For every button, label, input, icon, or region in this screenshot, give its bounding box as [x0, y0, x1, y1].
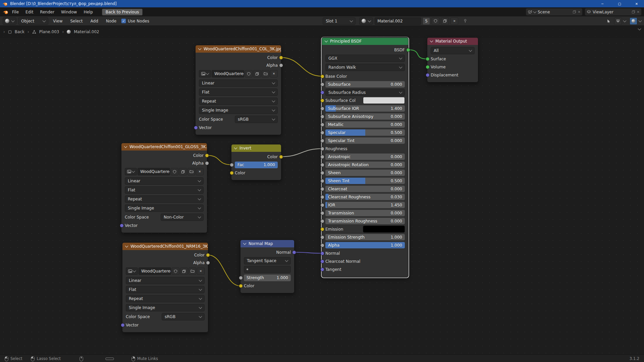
metallic-slider[interactable]: Metallic0.000 — [325, 121, 405, 128]
source-dropdown[interactable]: Single Image — [126, 304, 205, 311]
copy-icon[interactable] — [573, 10, 576, 14]
metallic-socket[interactable] — [320, 123, 324, 127]
shader-type-dropdown[interactable]: Object — [18, 17, 48, 25]
fake-user-button[interactable] — [172, 267, 179, 275]
fac-input-socket[interactable] — [230, 163, 234, 167]
node-header[interactable]: WoodQuarteredChiffon001_COL_3K.jpg — [196, 45, 281, 53]
breadcrumb-material[interactable]: Material.002 — [74, 29, 99, 34]
alpha-socket[interactable] — [320, 243, 324, 247]
new-material-button[interactable] — [441, 17, 449, 25]
fake-user-button[interactable] — [432, 17, 439, 25]
sheen-socket[interactable] — [320, 171, 324, 175]
tangent-socket[interactable] — [320, 267, 324, 272]
sheen-tint-socket[interactable] — [320, 179, 324, 183]
material-name-field[interactable]: Material.002 — [375, 17, 421, 25]
menu-select[interactable]: Select — [67, 18, 86, 24]
transmission-roughness-socket[interactable] — [320, 219, 324, 223]
blender-menu-icon[interactable] — [3, 10, 8, 14]
breadcrumb-back[interactable]: Back — [15, 29, 24, 34]
pin-icon[interactable] — [463, 19, 467, 23]
menu-help[interactable]: Help — [80, 9, 96, 15]
close-button[interactable]: ✕ — [629, 0, 644, 7]
image-name-field[interactable]: WoodQuarteredC... — [138, 168, 170, 175]
ior-socket[interactable] — [320, 203, 324, 207]
node-principled-bsdf[interactable]: Principled BSDF BSDF GGX Random Walk Bas… — [322, 37, 409, 278]
fake-user-button[interactable] — [171, 168, 178, 175]
color-output-socket[interactable] — [279, 155, 283, 159]
specular-slider[interactable]: Specular0.500 — [325, 129, 405, 136]
unlink-button[interactable]: ✕ — [197, 267, 205, 275]
clearcoat-normal-socket[interactable] — [320, 259, 324, 263]
node-image-texture-col[interactable]: WoodQuarteredChiffon001_COL_3K.jpg Color… — [195, 45, 281, 135]
overlays-toggle[interactable] — [630, 17, 637, 25]
subsurface-anisotropy-slider[interactable]: Subsurface Anisotropy0.000 — [325, 113, 405, 120]
unlink-button[interactable]: ✕ — [196, 168, 204, 175]
clearcoat-roughness-slider[interactable]: Clearcoat Roughness0.030 — [325, 194, 405, 200]
subsurface-radius-dropdown[interactable]: Subsurface Radius — [325, 89, 405, 96]
editor-type-button[interactable] — [3, 17, 16, 25]
sheen-slider[interactable]: Sheen0.000 — [325, 170, 405, 176]
color-input-socket[interactable] — [230, 171, 234, 175]
projection-dropdown[interactable]: Flat — [126, 286, 205, 293]
alpha-output-socket[interactable] — [205, 161, 209, 165]
region-expand-icon[interactable]: › — [3, 29, 5, 34]
ior-slider[interactable]: IOR1.450 — [325, 202, 405, 208]
menu-window[interactable]: Window — [58, 9, 80, 15]
color-space-dropdown[interactable]: sRGB — [162, 313, 205, 320]
emission-socket[interactable] — [320, 227, 324, 231]
back-to-previous-button[interactable]: Back to Previous — [102, 9, 143, 15]
emission-strength-socket[interactable] — [320, 235, 324, 239]
open-image-button[interactable] — [189, 267, 196, 275]
remove-icon[interactable]: ✕ — [637, 10, 640, 14]
bsdf-output-socket[interactable] — [406, 48, 410, 52]
node-header[interactable]: Material Output — [427, 38, 478, 45]
collapse-icon[interactable] — [430, 39, 433, 43]
uv-map-field[interactable] — [244, 266, 291, 273]
extension-dropdown[interactable]: Repeat — [126, 295, 205, 302]
roughness_in-socket[interactable] — [320, 147, 324, 151]
fake-user-button[interactable] — [245, 70, 253, 77]
base_color_in-socket[interactable] — [320, 74, 324, 78]
specular-tint-socket[interactable] — [320, 139, 324, 143]
use-nodes-checkbox[interactable]: ✓ — [121, 18, 126, 23]
transmission-socket[interactable] — [320, 211, 324, 215]
sheen-tint-slider[interactable]: Sheen Tint0.500 — [325, 178, 405, 184]
subsurface-col-color-swatch[interactable] — [363, 97, 405, 104]
node-header[interactable]: Normal Map — [240, 240, 294, 247]
chevron-down-icon[interactable] — [639, 19, 642, 22]
image-browse-button[interactable] — [125, 168, 137, 175]
image-name-field[interactable]: WoodQuarteredC... — [139, 267, 171, 275]
alpha-output-socket[interactable] — [279, 63, 283, 67]
transmission-slider[interactable]: Transmission0.000 — [325, 210, 405, 216]
target-dropdown[interactable]: All — [431, 47, 475, 54]
chevron-down-icon[interactable] — [623, 19, 627, 22]
color-space-dropdown[interactable]: Non-Color — [161, 214, 204, 221]
projection-dropdown[interactable]: Flat — [199, 88, 278, 96]
collapse-icon[interactable] — [124, 145, 127, 148]
node-editor-canvas[interactable]: › Back › Plane.003 › Material.002 WoodQu… — [0, 26, 644, 354]
emission-strength-slider[interactable]: Emission Strength1.000 — [325, 234, 405, 240]
anisotropic-rotation-slider[interactable]: Anisotropic Rotation0.000 — [325, 162, 405, 168]
breadcrumb-object[interactable]: Plane.003 — [39, 29, 59, 34]
material-browse-button[interactable] — [359, 17, 373, 25]
menu-edit[interactable]: Edit — [22, 9, 36, 15]
interpolation-dropdown[interactable]: Linear — [125, 177, 204, 185]
alpha-output-socket[interactable] — [206, 261, 210, 265]
fac-slider[interactable]: Fac 1.000 — [235, 162, 278, 168]
subsurface-anisotropy-socket[interactable] — [320, 115, 324, 119]
collapse-icon[interactable] — [234, 146, 237, 149]
slot-dropdown[interactable]: Slot 1 — [323, 17, 356, 25]
open-image-button[interactable] — [262, 70, 269, 77]
projection-dropdown[interactable]: Flat — [125, 186, 204, 194]
node-header[interactable]: Invert — [231, 144, 281, 152]
image-browse-button[interactable] — [126, 267, 138, 275]
menu-add[interactable]: Add — [88, 18, 101, 24]
unlink-icon[interactable]: ✕ — [578, 10, 581, 14]
vector-input-socket[interactable] — [194, 126, 198, 130]
snap-button[interactable] — [614, 17, 622, 25]
image-browse-button[interactable] — [199, 70, 211, 77]
color-space-dropdown[interactable]: sRGB — [235, 116, 278, 123]
copy-button[interactable] — [179, 168, 187, 175]
extension-dropdown[interactable]: Repeat — [199, 98, 278, 105]
surface-input-socket[interactable] — [426, 57, 430, 61]
